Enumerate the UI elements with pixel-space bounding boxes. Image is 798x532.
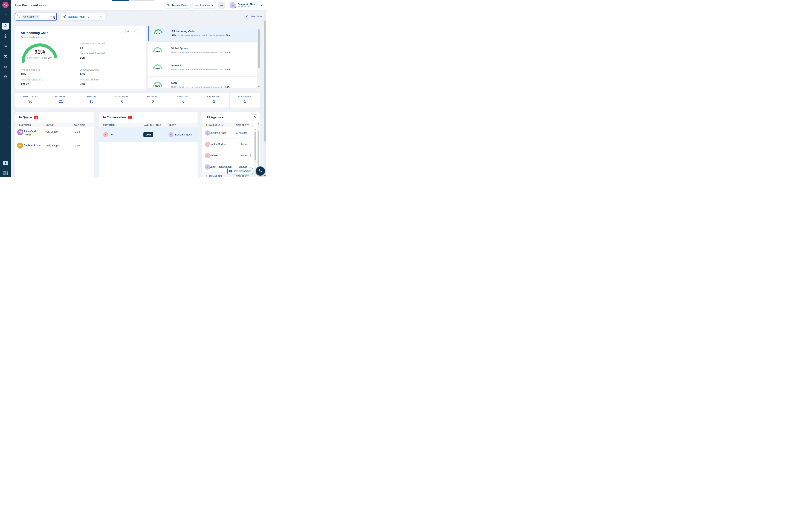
customer-name-link[interactable]: Rachael Austen: [24, 144, 42, 147]
metric-label: Longest wait time: [80, 68, 99, 71]
sidebar-item-settings[interactable]: ⚙: [0, 75, 11, 79]
agent-row[interactable]: M Michael J 2 hours ⋮: [202, 150, 254, 161]
panel-title: In Queue: [19, 116, 32, 119]
agent-time-spent: 13 minutes: [235, 132, 247, 134]
panel-title: In Conversation: [103, 116, 126, 119]
card-title: All Incoming Calls: [21, 31, 48, 35]
caret-down-icon: [222, 117, 224, 118]
agent-row[interactable]: H Haritha Sridhar 2 hours ⋮: [202, 139, 254, 150]
metric-value: 1m 0s: [21, 82, 29, 86]
queue-item-name: Queue 2: [171, 64, 181, 67]
agent-row[interactable]: B Benjamin Nash 13 minutes: [202, 127, 254, 139]
request-demo-button[interactable]: Request Demo: [164, 2, 190, 9]
stat-abandoned: ABANDONED2: [198, 93, 229, 108]
metric-label: Average time to answer: [80, 42, 106, 45]
save-view-button[interactable]: Save view: [246, 15, 262, 18]
mini-gauge-percent: 100%: [153, 85, 163, 87]
mini-gauge-percent: 100%: [153, 68, 163, 70]
join-call-button[interactable]: Join: [144, 132, 153, 137]
agent-name: Varun Raghunathan: [210, 165, 231, 168]
queue-cell: Asia Support: [46, 144, 60, 147]
queue-item-description: 100% of calls were answered within the t…: [171, 86, 230, 88]
chevron-down-icon: [211, 4, 213, 7]
filter-bar: US Support × Last hour (4am - ... Save v…: [11, 11, 266, 22]
chip-remove-icon[interactable]: ×: [36, 15, 38, 18]
offline-agents-header: OFFLINE (14) TIME SPENT: [202, 173, 253, 177]
app-switcher-icon[interactable]: [3, 171, 8, 175]
notifications-button[interactable]: [218, 2, 225, 9]
page-scrollbar[interactable]: [264, 11, 266, 177]
conversation-row[interactable]: R Ron Join B Benjamin Nash: [99, 127, 197, 142]
queue-list-item-selected[interactable]: 91% All Incoming Calls 91% of calls were…: [148, 26, 257, 41]
queue-filter-chip[interactable]: US Support ×: [22, 15, 39, 19]
queue-list-item[interactable]: 100% Queue 2 100% of calls were answered…: [148, 59, 257, 76]
gear-icon: ⚙: [4, 75, 7, 79]
agent-name: Benjamin Nash: [210, 131, 226, 134]
service-level-gauge: 91% Service level target: 80%: [20, 41, 59, 63]
topbar: Live Dashboard Learn more Request Demo A…: [11, 0, 266, 11]
card-subtitle: Service level metrics: [21, 36, 42, 39]
select-scrollbar[interactable]: [53, 14, 55, 20]
gauge-percent-value: 91%: [20, 49, 59, 55]
availability-dropdown[interactable]: Available: [193, 2, 216, 9]
user-menu[interactable]: B Benjamin Nash ON BROWSER: [230, 2, 263, 8]
availability-label: Available: [200, 4, 210, 7]
queue-filter-select[interactable]: US Support ×: [15, 13, 57, 20]
learn-more-link[interactable]: Learn more: [35, 4, 46, 7]
avatar: AC: [17, 129, 23, 135]
sidebar-item-call-metrics[interactable]: [0, 44, 11, 48]
wait-time-cell: 2:04: [75, 130, 80, 133]
app-logo-icon[interactable]: [2, 2, 9, 8]
scroll-down-arrow[interactable]: [264, 175, 266, 176]
mini-gauge-percent: 100%: [153, 51, 163, 53]
time-range-label: Last hour (4am - ...: [68, 15, 89, 18]
available-agents-header: AVAILABLE (4) TIME SPENT: [202, 122, 253, 127]
metric-value: 18s: [21, 72, 26, 76]
search-agents-button[interactable]: [252, 114, 258, 121]
request-demo-label: Request Demo: [171, 4, 188, 7]
loading-bar-progress: [112, 0, 129, 1]
search-icon: [253, 116, 256, 119]
sidebar-item-contacts[interactable]: [0, 34, 11, 38]
agents-filter-dropdown[interactable]: All Agents: [206, 116, 224, 119]
loading-bar-track: [129, 0, 154, 1]
kebab-menu-icon[interactable]: ⋮: [249, 154, 252, 157]
help-button[interactable]: ?: [3, 161, 8, 165]
sidebar-item-reports[interactable]: [0, 55, 11, 59]
metric-label: Service level threshold: [80, 52, 105, 55]
time-range-select[interactable]: Last hour (4am - ...: [61, 13, 105, 20]
pencil-icon: [127, 30, 130, 33]
help-label: ?: [5, 162, 6, 165]
queue-item-name: Global Queue: [171, 47, 188, 50]
phone-dialer-fab[interactable]: [256, 167, 265, 176]
queue-item-description: 91% of calls were answered within the th…: [172, 34, 230, 37]
queue-item-name: All Incoming Calls: [172, 30, 194, 33]
queue-item-description: 100% of calls were answered within the t…: [171, 68, 230, 71]
monitor-icon: [195, 3, 198, 7]
save-view-label: Save view: [250, 15, 262, 18]
chevron-down-icon: [100, 15, 102, 18]
edit-widget-button[interactable]: [126, 28, 131, 34]
avatar: R: [103, 132, 108, 137]
live-dashboard-page: ⚙ ? Live Dashboard Learn more Request De…: [0, 0, 266, 177]
queue-service-level-list: 91% All Incoming Calls 91% of calls were…: [148, 26, 257, 88]
queue-panel-scrollbar[interactable]: [258, 26, 260, 88]
sidebar-item-getting-started[interactable]: [0, 14, 11, 18]
test-connection-label: Test Connection: [234, 170, 251, 172]
test-connection-button[interactable]: Test Connection: [227, 168, 253, 174]
phone-lines-icon: [3, 44, 7, 48]
sidebar-item-dashboard[interactable]: [2, 23, 10, 30]
stat-total-calls: TOTAL CALLS36: [15, 93, 45, 108]
metric-value: 28s: [80, 82, 85, 86]
sidebar-item-voicemail[interactable]: [0, 65, 11, 69]
expand-widget-button[interactable]: [132, 28, 138, 34]
customer-name-link[interactable]: Alice Caido: [24, 130, 37, 133]
kebab-menu-icon[interactable]: ⋮: [249, 142, 252, 146]
queue-list-item[interactable]: 100% Tech 100% of calls were answered wi…: [148, 77, 257, 88]
voicemail-icon: [3, 65, 8, 69]
call-queue-icon: [17, 15, 20, 19]
chevron-down-icon: [50, 15, 52, 18]
connection-test-icon: [229, 170, 232, 172]
queue-list-item[interactable]: 100% Global Queue 100% of calls were ans…: [148, 42, 257, 59]
avatar: B: [169, 132, 173, 137]
